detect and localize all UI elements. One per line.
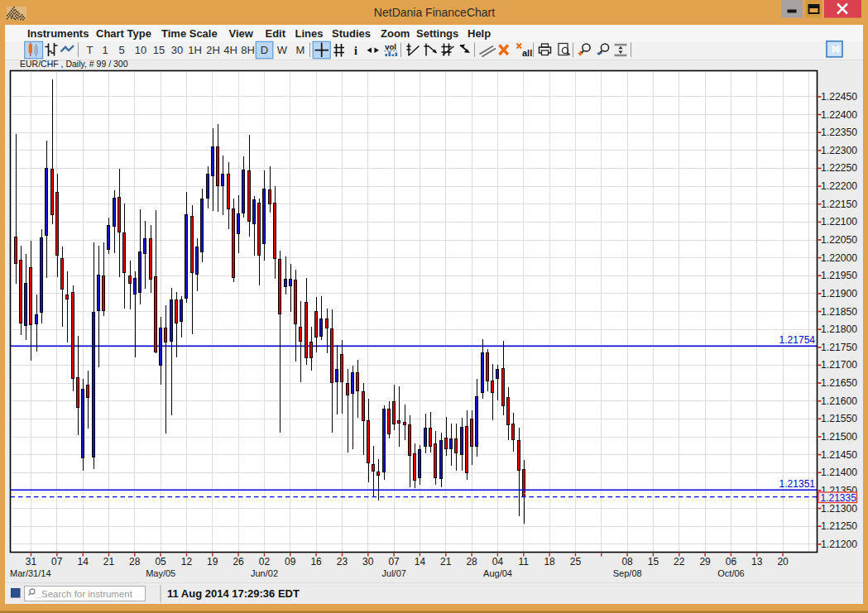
- svg-text:16: 16: [310, 556, 322, 568]
- svg-text:28: 28: [466, 556, 477, 568]
- svg-text:18: 18: [544, 556, 555, 568]
- svg-text:Sep/08: Sep/08: [613, 568, 642, 578]
- svg-text:04: 04: [492, 556, 504, 568]
- svg-text:1.22200: 1.22200: [821, 180, 857, 192]
- svg-text:1.21600: 1.21600: [821, 395, 857, 407]
- svg-text:Chart Type: Chart Type: [96, 27, 151, 40]
- svg-text:19: 19: [207, 556, 218, 568]
- svg-text:15: 15: [648, 556, 659, 568]
- svg-text:07: 07: [51, 556, 63, 568]
- svg-text:5: 5: [118, 44, 124, 56]
- svg-text:15: 15: [153, 44, 165, 56]
- svg-text:1.21900: 1.21900: [821, 288, 857, 299]
- svg-text:D: D: [261, 44, 268, 56]
- svg-text:NetDania FinanceChart: NetDania FinanceChart: [374, 6, 495, 19]
- svg-text:12: 12: [181, 556, 193, 568]
- svg-text:May/05: May/05: [146, 568, 175, 578]
- svg-text:21: 21: [103, 556, 115, 568]
- svg-text:30: 30: [171, 44, 183, 56]
- svg-text:...: ...: [36, 592, 41, 600]
- svg-text:06: 06: [726, 556, 737, 568]
- svg-text:Instruments: Instruments: [27, 27, 89, 40]
- svg-text:02: 02: [259, 556, 271, 568]
- svg-text:1.21500: 1.21500: [821, 431, 857, 443]
- svg-text:11 Aug 2014 17:29:36 EDT: 11 Aug 2014 17:29:36 EDT: [167, 587, 300, 600]
- svg-text:1.22100: 1.22100: [821, 216, 857, 227]
- svg-text:1.21850: 1.21850: [821, 306, 857, 318]
- svg-text:1.21250: 1.21250: [821, 520, 857, 532]
- svg-text:20: 20: [777, 556, 789, 568]
- svg-text:Oct/06: Oct/06: [717, 568, 744, 578]
- svg-text:1.21700: 1.21700: [821, 359, 857, 371]
- svg-text:10: 10: [135, 44, 146, 56]
- svg-text:1H: 1H: [188, 44, 202, 56]
- svg-text:M: M: [296, 44, 305, 56]
- svg-text:1.22050: 1.22050: [821, 234, 857, 246]
- svg-text:Studies: Studies: [332, 27, 371, 40]
- svg-text:1.22400: 1.22400: [821, 109, 857, 121]
- svg-text:Jul/07: Jul/07: [382, 568, 406, 578]
- svg-text:8H: 8H: [241, 44, 255, 56]
- svg-text:1.21450: 1.21450: [821, 449, 857, 461]
- svg-text:09: 09: [285, 556, 296, 568]
- svg-text:1.22450: 1.22450: [821, 91, 857, 103]
- svg-text:1.21754: 1.21754: [779, 334, 816, 346]
- svg-text:i: i: [354, 45, 357, 57]
- svg-text:1.22250: 1.22250: [821, 162, 857, 174]
- svg-text:14: 14: [415, 556, 426, 568]
- svg-text:T: T: [87, 44, 94, 56]
- svg-text:1.22350: 1.22350: [821, 127, 857, 138]
- svg-text:05: 05: [155, 556, 166, 568]
- svg-text:vol: vol: [385, 42, 396, 51]
- svg-text:1.21200: 1.21200: [821, 539, 857, 550]
- svg-text:EUR/CHF , Daily, # 99 / 300: EUR/CHF , Daily, # 99 / 300: [20, 59, 128, 69]
- svg-text:Zoom: Zoom: [381, 27, 410, 40]
- svg-text:1.21300: 1.21300: [821, 503, 857, 515]
- svg-text:all: all: [522, 48, 532, 58]
- svg-text:1.22300: 1.22300: [821, 145, 857, 156]
- svg-text:1.22150: 1.22150: [821, 199, 857, 210]
- svg-text:1.21550: 1.21550: [821, 413, 857, 424]
- svg-text:29: 29: [699, 556, 711, 568]
- svg-text:Jun/02: Jun/02: [251, 568, 278, 578]
- svg-text:1.21335: 1.21335: [821, 492, 857, 504]
- svg-text:Help: Help: [468, 27, 491, 40]
- svg-text:23: 23: [337, 556, 348, 568]
- svg-text:1.21750: 1.21750: [821, 342, 857, 353]
- svg-text:1.21400: 1.21400: [821, 467, 857, 478]
- svg-text:22: 22: [674, 556, 685, 568]
- svg-text:4H: 4H: [223, 44, 237, 56]
- svg-text:View: View: [229, 27, 254, 40]
- svg-text:1.21650: 1.21650: [821, 377, 857, 389]
- svg-text:1: 1: [102, 44, 108, 56]
- svg-text:14: 14: [78, 556, 89, 568]
- svg-text:30: 30: [362, 556, 374, 568]
- svg-text:W: W: [277, 44, 288, 56]
- svg-text:Time Scale: Time Scale: [161, 27, 218, 40]
- svg-text:2H: 2H: [206, 44, 220, 56]
- svg-text:Aug/04: Aug/04: [483, 568, 512, 578]
- svg-text:26: 26: [233, 556, 244, 568]
- svg-text:13: 13: [751, 556, 763, 568]
- svg-text:Search for instrument: Search for instrument: [41, 589, 133, 599]
- svg-text:07: 07: [388, 556, 400, 568]
- svg-text:1.22000: 1.22000: [821, 252, 857, 264]
- svg-text:25: 25: [570, 556, 582, 568]
- svg-text:Settings: Settings: [416, 27, 458, 40]
- svg-text:1.21800: 1.21800: [821, 323, 857, 335]
- svg-text:Lines: Lines: [295, 27, 324, 40]
- svg-text:Mar/31/14: Mar/31/14: [10, 568, 51, 578]
- svg-text:1.21950: 1.21950: [821, 270, 857, 281]
- svg-text:08: 08: [621, 556, 633, 568]
- svg-text:Edit: Edit: [266, 27, 286, 40]
- svg-text:11: 11: [519, 556, 530, 568]
- svg-text:31: 31: [26, 556, 37, 568]
- svg-text:21: 21: [440, 556, 452, 568]
- svg-text:28: 28: [129, 556, 141, 568]
- svg-text:1.21351: 1.21351: [779, 478, 816, 490]
